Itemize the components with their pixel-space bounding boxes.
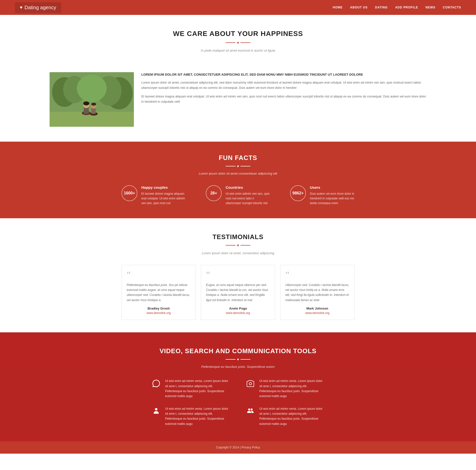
tool-text-3: Ut wisi enim ad minim venia. Lorem ipsum… (259, 406, 325, 427)
content-para1: Lorem ipsum dolor sit amet, consectetuer… (141, 80, 426, 91)
tool-item-1: Ut wisi enim ad minim venia. Lorem ipsum… (245, 378, 325, 399)
video-tools-title: VIDEO, SEARCH AND COMMUNICATION TOOLS (50, 347, 426, 355)
testimonial-text-2: Ullamcorper sed. Curabitu r lacinia blan… (285, 282, 349, 303)
fun-fact-number-0: 1600+ (124, 191, 135, 195)
video-tools-divider-heart: ♥ (237, 357, 239, 361)
tool-text-2: Ut wisi enim ad minim venia. Lorem ipsum… (165, 406, 231, 427)
nav-news[interactable]: NEWS (425, 6, 435, 9)
svg-point-15 (155, 408, 157, 410)
logo-heart-icon: ♥ (20, 5, 23, 10)
svg-point-17 (251, 408, 253, 410)
tool-icon-3 (245, 406, 255, 416)
fun-fact-content-2: Users Duis autem vel eum iriure dolor in… (310, 185, 355, 206)
person-icon (152, 407, 161, 416)
couple-image (50, 72, 134, 127)
fun-fact-circle-2: 9862+ (290, 185, 306, 201)
author-name-1: Anete Puga (206, 307, 270, 310)
fun-facts-divider: ♥ (25, 164, 451, 168)
quote-mark-2: " (285, 270, 349, 280)
nav-home[interactable]: HOME (333, 6, 343, 9)
fun-facts-grid: 1600+ Happy couples Et laoreet dolore ma… (25, 185, 451, 206)
tool-icon-0 (151, 378, 161, 388)
group-icon (246, 407, 255, 416)
fun-fact-circle-0: 1600+ (121, 185, 137, 201)
main-nav: HOME ABOUT US DATING ADD PROFILE NEWS CO… (333, 6, 461, 9)
quote-mark-1: " (206, 270, 270, 280)
svg-point-13 (83, 101, 89, 105)
fun-fact-text-1: Ut wisi enim adinim ven iam, quis nost r… (226, 191, 270, 206)
fun-fact-item-0: 1600+ Happy couples Et laoreet dolore ma… (121, 185, 186, 206)
content-image (50, 72, 134, 127)
content-heading: LOREM IPSUM DOLOR SIT AMET, CONSECTETUER… (141, 72, 426, 77)
fun-fact-item-2: 9862+ Users Duis autem vel eum iriure do… (290, 185, 355, 206)
footer: Copyright © 2014 | Privacy Policy (0, 441, 476, 454)
svg-point-5 (77, 75, 107, 102)
fun-fact-text-0: Et laoreet dolore magna aliquam erat vol… (141, 191, 186, 206)
author-name-0: Bradley Grosh (127, 307, 191, 310)
testimonial-author-2: Mark Johnson www.demolink.org (285, 307, 349, 315)
divider-heart-icon: ♥ (237, 41, 239, 45)
author-name-2: Mark Johnson (285, 307, 349, 310)
content-text: LOREM IPSUM DOLOR SIT AMET, CONSECTETUER… (141, 72, 426, 108)
testimonial-card-0: " Pellentesque eu faucibus justo. Sus pe… (121, 265, 196, 320)
fun-fact-label-2: Users (310, 185, 355, 189)
chat-icon (152, 379, 161, 388)
nav-about[interactable]: ABOUT US (350, 6, 368, 9)
header: ♥ Dating agency HOME ABOUT US DATING ADD… (0, 0, 476, 15)
fun-fact-number-2: 9862+ (293, 191, 304, 195)
nav-addprofile[interactable]: ADD PROFILE (395, 6, 418, 9)
fun-fact-label-1: Countries (226, 185, 270, 189)
testimonial-card-1: " Eugue, at cons equat neque ullamcor pe… (201, 265, 275, 320)
couple-svg (50, 72, 134, 127)
testimonials-subtitle: Lorem ipsum dolor sit amet, consectetur … (25, 251, 451, 255)
fun-fact-number-1: 28+ (210, 191, 217, 195)
author-link-1[interactable]: www.demolink.org (206, 311, 270, 315)
nav-dating[interactable]: DATING (375, 6, 388, 9)
testimonial-text-0: Pellentesque eu faucibus justo. Sus pe n… (127, 282, 191, 303)
tool-item-0: Ut wisi enim ad minim venia. Lorem ipsum… (151, 378, 231, 399)
testimonial-card-2: " Ullamcorper sed. Curabitu r lacinia bl… (280, 265, 355, 320)
testimonials-section: TESTIMONIALS ♥ Lorem ipsum dolor sit ame… (0, 218, 476, 333)
fun-facts-title: FUN FACTS (25, 154, 451, 162)
camera-icon (246, 379, 255, 388)
testimonial-text-1: Eugue, at cons equat neque ullamcor per … (206, 282, 270, 303)
fun-facts-divider-heart: ♥ (237, 164, 239, 168)
content-section: LOREM IPSUM DOLOR SIT AMET, CONSECTETUER… (0, 72, 476, 142)
tool-item-2: Ut wisi enim ad minim venia. Lorem ipsum… (151, 406, 231, 427)
fun-fact-item-1: 28+ Countries Ut wisi enim adinim ven ia… (206, 185, 270, 206)
tools-grid: Ut wisi enim ad minim venia. Lorem ipsum… (151, 378, 325, 426)
fun-fact-content-1: Countries Ut wisi enim adinim ven iam, q… (226, 185, 270, 206)
footer-copyright: Copyright © 2014 | Privacy Policy (216, 446, 260, 449)
tool-text-1: Ut wisi enim ad minim venia. Lorem ipsum… (259, 378, 325, 399)
author-link-2[interactable]: www.demolink.org (285, 311, 349, 315)
testimonials-title: TESTIMONIALS (25, 233, 451, 241)
hero-section: WE CARE ABOUT YOUR HAPPINESS ♥ In pede m… (0, 15, 476, 72)
testimonials-divider: ♥ (25, 243, 451, 247)
nav-contacts[interactable]: CONTACTS (443, 6, 461, 9)
logo-text: Dating agency (25, 5, 56, 10)
tool-icon-1 (245, 378, 255, 388)
fun-fact-circle-1: 28+ (206, 185, 222, 201)
content-para2: Et laoreet dolore magna aliquam erat vol… (141, 94, 426, 105)
testimonials-grid: " Pellentesque eu faucibus justo. Sus pe… (25, 265, 451, 320)
svg-point-16 (248, 408, 250, 410)
hero-subtitle: In pede maliquet sit amet euismod in auc… (50, 49, 426, 52)
svg-point-14 (91, 103, 96, 106)
fun-fact-content-0: Happy couples Et laoreet dolore magna al… (141, 185, 186, 206)
video-tools-section: VIDEO, SEARCH AND COMMUNICATION TOOLS ♥ … (0, 332, 476, 441)
fun-facts-section: FUN FACTS ♥ Lorem ipsum dolor sit amet c… (0, 142, 476, 218)
testimonial-author-1: Anete Puga www.demolink.org (206, 307, 270, 315)
hero-title: WE CARE ABOUT YOUR HAPPINESS (50, 30, 426, 38)
quote-mark-0: " (127, 270, 191, 280)
video-tools-divider: ♥ (50, 357, 426, 361)
logo[interactable]: ♥ Dating agency (15, 2, 61, 13)
fun-fact-text-2: Duis autem vel eum iriure dolor in hendr… (310, 191, 355, 206)
testimonial-author-0: Bradley Grosh www.demolink.org (127, 307, 191, 315)
footer-text: Copyright © 2014 | Privacy Policy (4, 446, 472, 449)
tool-item-3: Ut wisi enim ad minim venia. Lorem ipsum… (245, 406, 325, 427)
fun-fact-label-0: Happy couples (141, 185, 186, 189)
tool-icon-2 (151, 406, 161, 416)
author-link-0[interactable]: www.demolink.org (127, 311, 191, 315)
testimonials-divider-heart: ♥ (237, 243, 239, 247)
hero-divider: ♥ (50, 41, 426, 45)
